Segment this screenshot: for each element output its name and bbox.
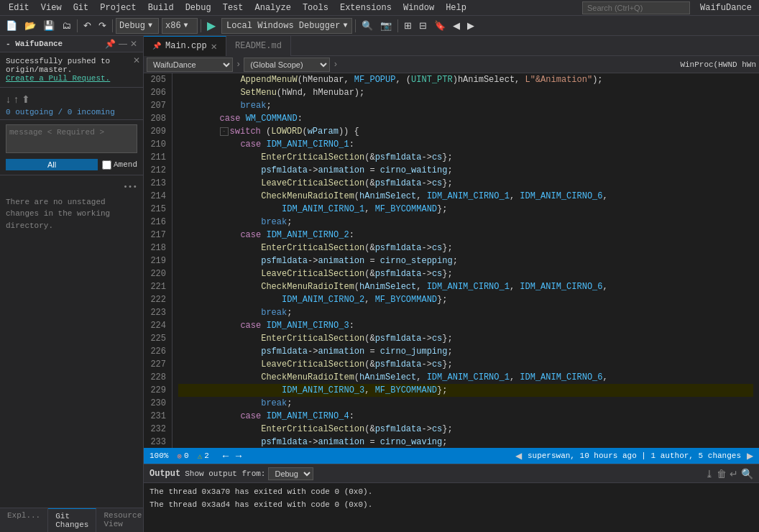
play-button[interactable]: ▶ bbox=[204, 19, 218, 32]
menu-edit[interactable]: Edit bbox=[3, 1, 35, 14]
scope-middle-dropdown[interactable]: (Global Scope) bbox=[244, 58, 330, 72]
left-bottom-tabs: Expl... Git Changes Resource View bbox=[0, 508, 143, 532]
menu-test[interactable]: Test bbox=[217, 1, 249, 14]
toolbar-open-btn[interactable]: 📂 bbox=[22, 18, 39, 34]
branch-controls: ↓ ↑ ⬆ bbox=[6, 93, 137, 105]
commit-message-input[interactable] bbox=[6, 124, 137, 153]
branch-area: ↓ ↑ ⬆ 0 outgoing / 0 incoming bbox=[0, 88, 143, 120]
git-blame-text: superswan, 10 hours ago | 1 author, 5 ch… bbox=[528, 451, 741, 460]
search-btn[interactable]: 🔍 bbox=[359, 18, 376, 34]
warning-value: 2 bbox=[204, 451, 209, 460]
commit-area: All Amend bbox=[0, 120, 143, 175]
amend-checkbox[interactable] bbox=[102, 160, 111, 170]
tab-git-changes[interactable]: Git Changes bbox=[48, 508, 96, 532]
search-input[interactable] bbox=[582, 1, 690, 14]
fold-indicator-210[interactable]: - bbox=[220, 127, 229, 136]
bookmark-btn[interactable]: 🔖 bbox=[431, 18, 448, 34]
menu-project[interactable]: Project bbox=[94, 1, 142, 14]
toolbar-save-btn[interactable]: 💾 bbox=[40, 18, 58, 34]
branch-push-btn[interactable]: ⬆ bbox=[22, 93, 30, 105]
create-pr-link[interactable]: Create a Pull Request. bbox=[6, 74, 110, 83]
toolbar-undo-btn[interactable]: ↶ bbox=[80, 18, 94, 34]
tab-main-cpp-label: Main.cpp bbox=[165, 41, 207, 51]
panel-minimize-btn[interactable]: — bbox=[119, 39, 127, 49]
branch-down-btn[interactable]: ↓ bbox=[6, 93, 11, 105]
menu-extensions[interactable]: Extensions bbox=[334, 1, 397, 14]
brand-label: WaifuDance bbox=[696, 3, 756, 13]
error-icon: ⊗ bbox=[177, 451, 182, 461]
debugger-label: Local Windows Debugger bbox=[226, 21, 340, 31]
screenshot-btn[interactable]: 📷 bbox=[377, 18, 395, 34]
code-line-206: SetMenu(hWnd, hMenubar); bbox=[178, 86, 753, 99]
tab-main-cpp-close-icon[interactable]: ✕ bbox=[211, 40, 217, 52]
config-value: Debug bbox=[119, 21, 145, 31]
tab-main-cpp[interactable]: 📌 Main.cpp ✕ bbox=[144, 36, 226, 56]
git-notification-text: Successfully pushed to origin/master. bbox=[6, 57, 110, 74]
platform-value: x86 bbox=[165, 21, 181, 31]
toolbar-save-all-btn[interactable]: 🗂 bbox=[59, 18, 74, 34]
code-line-231: break; bbox=[178, 397, 753, 410]
panel-close-btn[interactable]: ✕ bbox=[130, 39, 137, 49]
toolbar-extra-btn3[interactable]: ◀ bbox=[450, 18, 463, 34]
code-line-221: LeaveCriticalSection(&psfmldata->cs}; bbox=[178, 267, 753, 280]
scope-left-dropdown[interactable]: WaifuDance bbox=[147, 58, 233, 72]
commit-all-btn[interactable]: All bbox=[6, 159, 98, 170]
incoming-outgoing-label[interactable]: 0 outgoing / 0 incoming bbox=[6, 108, 137, 116]
amend-text: Amend bbox=[114, 160, 137, 169]
panel-pin-btn[interactable]: 📌 bbox=[105, 39, 116, 49]
separator-2 bbox=[112, 19, 113, 32]
code-line-233: EnterCriticalSection(&psfmldata->cs}; bbox=[178, 423, 753, 436]
config-arrow-icon: ▼ bbox=[148, 22, 152, 29]
output-wrap-btn[interactable]: ↵ bbox=[730, 468, 738, 480]
menu-build[interactable]: Build bbox=[142, 1, 180, 14]
output-clear-btn[interactable]: 🗑 bbox=[717, 468, 727, 480]
nav-next-btn[interactable]: → bbox=[234, 450, 244, 462]
code-line-212: EnterCriticalSection(&psfmldata->cs}; bbox=[178, 151, 753, 164]
code-line-218: case IDM_ANIM_CIRNO_2: bbox=[178, 229, 753, 242]
h-scroll-left-btn[interactable]: ◀ bbox=[515, 451, 522, 461]
code-content[interactable]: AppendMenuW(hMenubar, MF_POPUP, (UINT_PT… bbox=[172, 73, 759, 448]
menu-window[interactable]: Window bbox=[397, 1, 440, 14]
branch-up-btn[interactable]: ↑ bbox=[14, 93, 19, 105]
tab-resource-view[interactable]: Resource View bbox=[96, 508, 150, 532]
toolbar-new-btn[interactable]: 📄 bbox=[3, 18, 20, 34]
scope-bar: WaifuDance › (Global Scope) › WinProc(HW… bbox=[144, 56, 759, 73]
right-panel: 📌 Main.cpp ✕ README.md WaifuDance › (Glo… bbox=[144, 36, 759, 532]
toolbar-extra-btn1[interactable]: ⊞ bbox=[401, 18, 415, 34]
debugger-arrow-icon: ▼ bbox=[343, 22, 347, 29]
toolbar-extra-btn4[interactable]: ▶ bbox=[464, 18, 477, 34]
output-header: Output Show output from: Debug ⤓ 🗑 ↵ 🔍 bbox=[144, 464, 759, 483]
scope-right-label: WinProc(HWND hWn bbox=[680, 60, 756, 69]
changes-menu-icon[interactable]: ••• bbox=[123, 181, 137, 193]
menu-tools[interactable]: Tools bbox=[297, 1, 334, 14]
config-dropdown[interactable]: Debug ▼ bbox=[116, 18, 159, 34]
debugger-dropdown[interactable]: Local Windows Debugger ▼ bbox=[221, 18, 352, 34]
h-scroll-right-btn[interactable]: ▶ bbox=[747, 451, 753, 461]
toolbar-redo-btn[interactable]: ↷ bbox=[96, 18, 109, 34]
code-line-219: EnterCriticalSection(&psfmldata->cs}; bbox=[178, 242, 753, 254]
main-layout: - WaifuDance 📌 — ✕ Successfully pushed t… bbox=[0, 36, 759, 532]
tab-explorer[interactable]: Expl... bbox=[0, 508, 48, 532]
output-scroll-lock-btn[interactable]: ⤓ bbox=[705, 468, 714, 480]
notification-close-btn[interactable]: ✕ bbox=[133, 55, 140, 65]
nav-prev-btn[interactable]: ← bbox=[221, 450, 231, 462]
toolbar-extra-btn2[interactable]: ⊟ bbox=[416, 18, 430, 34]
menu-git[interactable]: Git bbox=[68, 1, 95, 14]
menu-help[interactable]: Help bbox=[440, 1, 472, 14]
output-find-btn[interactable]: 🔍 bbox=[741, 468, 753, 480]
tab-readme-label: README.md bbox=[235, 41, 282, 51]
panel-controls: 📌 — ✕ bbox=[105, 39, 137, 49]
line-numbers-gutter: 2052062072082092102112122132142152162172… bbox=[144, 73, 172, 448]
tab-readme[interactable]: README.md bbox=[226, 36, 291, 56]
code-line-232: case IDM_ANIM_CIRNO_4: bbox=[178, 410, 753, 423]
output-source-select[interactable]: Debug bbox=[268, 467, 313, 480]
menu-analyze[interactable]: Analyze bbox=[249, 1, 297, 14]
code-line-215: CheckMenuRadioItem(hAnimSelect, IDM_ANIM… bbox=[178, 190, 753, 203]
output-controls: ⤓ 🗑 ↵ 🔍 bbox=[705, 468, 753, 480]
platform-dropdown[interactable]: x86 ▼ bbox=[162, 18, 198, 34]
scope-separator-2: › bbox=[333, 60, 338, 70]
menu-view[interactable]: View bbox=[35, 1, 68, 14]
code-line-210: -switch (LOWORD(wParam)) { bbox=[178, 125, 753, 138]
left-panel: - WaifuDance 📌 — ✕ Successfully pushed t… bbox=[0, 36, 144, 532]
menu-debug[interactable]: Debug bbox=[180, 1, 217, 14]
